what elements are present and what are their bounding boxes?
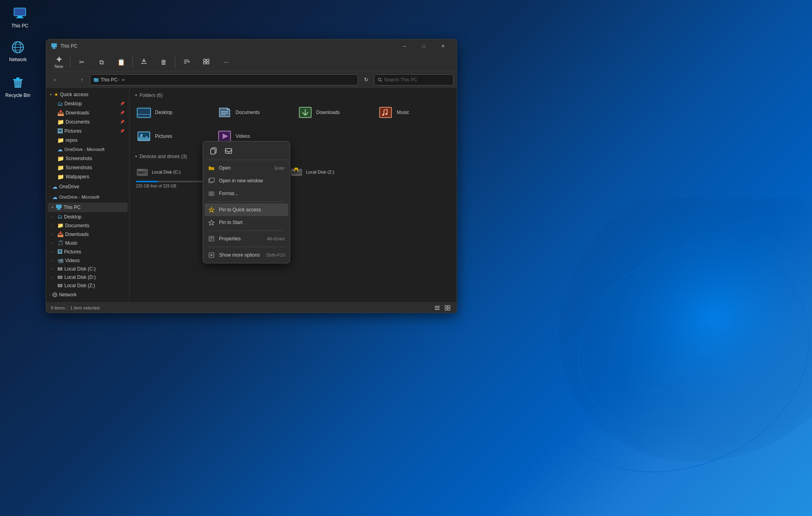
folder-item-pictures[interactable]: Pictures: [133, 125, 212, 147]
context-item-open[interactable]: Open Enter: [205, 162, 288, 174]
delete-button[interactable]: 🗑: [154, 57, 173, 68]
sidebar-item-label: repos: [66, 137, 124, 143]
drives-section-header[interactable]: ▼ Devices and drives (3): [133, 152, 453, 162]
sidebar-item-pc-local-c[interactable]: › Local Disk (C:): [48, 265, 128, 273]
desktop-icon-this-pc[interactable]: This PC: [4, 4, 36, 30]
breadcrumb-this-pc[interactable]: This PC: [101, 77, 118, 83]
sidebar-item-qa-screenshots1[interactable]: 📁 Screenshots: [48, 154, 128, 163]
folder-item-music[interactable]: Music: [374, 101, 453, 124]
desktop-icon-recycle-bin[interactable]: Recycle Bin: [2, 73, 34, 100]
list-view-button[interactable]: [433, 303, 442, 312]
svg-rect-32: [57, 209, 61, 210]
sidebar-item-qa-onedrive-ms[interactable]: ☁ OneDrive - Microsoft: [48, 145, 128, 154]
sidebar-item-qa-downloads[interactable]: 📥 Downloads 📌: [48, 108, 128, 117]
sidebar-item-pc-documents[interactable]: › 📁 Documents: [48, 221, 128, 230]
up-button[interactable]: ↑: [76, 74, 87, 85]
sidebar-item-pc-local-z[interactable]: Local Disk (Z:): [48, 282, 128, 290]
context-copy-button[interactable]: [206, 145, 221, 157]
sidebar-item-qa-wallpapers[interactable]: 📁 Wallpapers: [48, 172, 128, 181]
svg-rect-94: [210, 178, 214, 182]
minimize-button[interactable]: ─: [395, 39, 414, 53]
more-button[interactable]: ···: [217, 57, 236, 68]
this-pc-sidebar-icon: [56, 204, 62, 211]
folder-item-desktop[interactable]: Desktop: [133, 101, 212, 124]
view-button[interactable]: [197, 56, 216, 68]
pictures-icon: 🖼: [57, 249, 62, 255]
sidebar-item-qa-repos[interactable]: 📁 repos: [48, 136, 128, 145]
forward-button[interactable]: ›: [63, 74, 74, 85]
maximize-button[interactable]: □: [415, 39, 433, 53]
copy-button[interactable]: ⧉: [92, 57, 111, 68]
sidebar-onedrive-label: OneDrive: [59, 184, 79, 189]
context-separator-1: [208, 201, 285, 202]
onedrive-ms-icon: ☁: [52, 194, 58, 200]
cut-button[interactable]: ✂: [72, 57, 91, 68]
sidebar-section-onedrive: › ☁ OneDrive: [46, 182, 129, 191]
sidebar-item-qa-documents[interactable]: 📁 Documents 📌: [48, 118, 128, 126]
window-title: This PC: [60, 43, 78, 49]
svg-rect-14: [16, 77, 19, 79]
sidebar-item-label: Downloads: [65, 232, 124, 237]
back-button[interactable]: ‹: [49, 74, 60, 85]
address-input[interactable]: This PC ›: [90, 74, 358, 85]
context-item-open-new-window[interactable]: Open in new window: [205, 174, 288, 187]
svg-rect-88: [445, 308, 447, 310]
status-bar: 9 items │ 1 item selected: [46, 302, 457, 313]
quick-access-collapse-arrow: ▼: [49, 93, 52, 97]
title-bar-controls: ─ □ ✕: [395, 39, 452, 53]
paste-button[interactable]: 📋: [112, 57, 131, 68]
sidebar-item-pc-desktop[interactable]: › 🗂 Desktop: [48, 213, 128, 221]
context-item-pin-start[interactable]: Pin to Start: [205, 216, 288, 229]
folders-section-header[interactable]: ▼ Folders (6): [133, 91, 453, 101]
svg-point-57: [386, 113, 388, 115]
context-item-pin-quick-access[interactable]: Pin to Quick access: [205, 203, 288, 216]
address-dropdown-icon: [121, 78, 125, 82]
sidebar-item-label: Pictures: [64, 128, 118, 134]
sidebar-this-pc-label: This PC: [64, 205, 81, 210]
rename-button[interactable]: [134, 56, 153, 68]
folder-item-documents[interactable]: Documents: [213, 101, 293, 124]
this-pc-icon: [12, 6, 28, 21]
sidebar-item-pc-pictures[interactable]: › 🖼 Pictures: [48, 247, 128, 256]
svg-rect-47: [138, 109, 150, 117]
sort-button[interactable]: [177, 56, 196, 68]
sidebar-item-label: Downloads: [66, 110, 118, 116]
sidebar-item-qa-desktop[interactable]: 🗂 Desktop 📌: [48, 99, 128, 108]
sidebar-item-pc-videos[interactable]: › 📹 Videos: [48, 256, 128, 265]
folder-item-downloads[interactable]: Downloads: [294, 101, 373, 124]
sidebar-network-label: Network: [59, 292, 77, 298]
sidebar-onedrive-ms-header[interactable]: › ☁ OneDrive - Microsoft: [46, 192, 129, 202]
sidebar-item-pc-local-d[interactable]: › Local Disk (D:): [48, 273, 128, 281]
search-box[interactable]: Search This PC: [374, 74, 453, 85]
drive-item-c[interactable]: Local Disk (C:) 225 GB free of 329 GB: [133, 162, 208, 192]
sidebar-item-label: Documents: [66, 119, 118, 125]
sidebar-item-qa-screenshots2[interactable]: 📁 Screenshots: [48, 163, 128, 172]
refresh-button[interactable]: ↻: [360, 74, 372, 85]
drive-item-z[interactable]: Local Disk (Z:): [287, 162, 362, 192]
new-button[interactable]: ✚ New: [49, 54, 68, 70]
grid-view-button[interactable]: [443, 303, 452, 312]
downloads-icon: 📥: [57, 231, 64, 237]
context-item-properties[interactable]: Properties Alt+Enter: [205, 232, 288, 245]
context-properties-label: Properties: [219, 236, 263, 242]
folder-downloads-icon: [297, 104, 313, 120]
context-item-format[interactable]: Format...: [205, 187, 288, 200]
sidebar-this-pc-header[interactable]: ▼ This PC: [48, 203, 128, 212]
drive-c-icon: [57, 266, 63, 272]
desktop-icon-label: This PC: [12, 23, 29, 29]
close-button[interactable]: ✕: [434, 39, 452, 53]
sidebar-item-qa-pictures[interactable]: 🖼 Pictures 📌: [48, 127, 128, 135]
context-item-show-more[interactable]: Show more options Shift+F10: [205, 249, 288, 261]
sidebar-item-pc-music[interactable]: › 🎵 Music: [48, 239, 128, 247]
desktop-icon-recycle-bin-label: Recycle Bin: [5, 93, 30, 98]
sidebar-onedrive-header[interactable]: › ☁ OneDrive: [46, 182, 129, 191]
sidebar-item-pc-downloads[interactable]: › 📥 Downloads: [48, 230, 128, 238]
sidebar-quick-access-header[interactable]: ▼ ★ Quick access: [46, 90, 129, 99]
folder-documents-label: Documents: [236, 110, 260, 115]
desktop-icon-network[interactable]: Network: [2, 38, 34, 64]
pictures-folder-icon: 🖼: [57, 128, 63, 134]
pin-start-icon: [208, 219, 215, 226]
svg-rect-82: [295, 170, 297, 172]
sidebar-network-header[interactable]: › Network: [46, 290, 129, 299]
context-open-button[interactable]: [221, 145, 236, 157]
